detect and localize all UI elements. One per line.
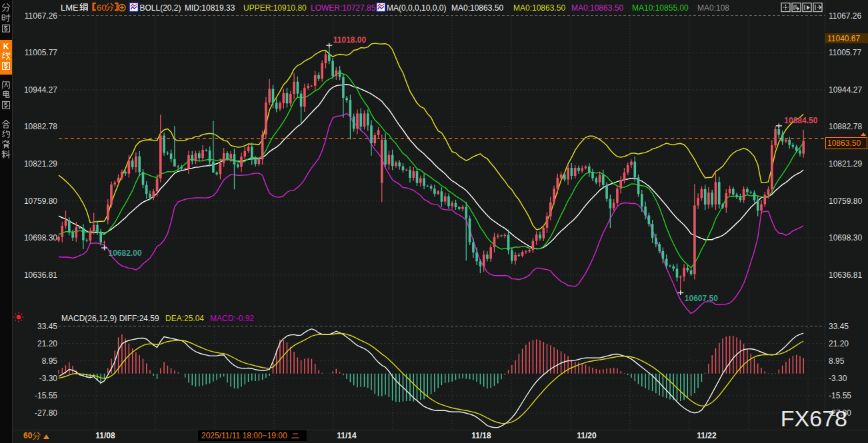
svg-text:8.95: 8.95 [829,356,845,366]
svg-text:-3.30: -3.30 [829,374,847,383]
svg-text:MA0:10863.50: MA0:10863.50 [513,3,565,13]
svg-text:LOWER:10727.85: LOWER:10727.85 [311,3,376,13]
svg-text:21.20: 21.20 [37,339,57,348]
svg-text:10944.27: 10944.27 [829,85,862,95]
svg-text:10863.50: 10863.50 [827,139,861,148]
svg-text:10759.80: 10759.80 [829,197,862,206]
svg-text:11/20: 11/20 [577,431,597,440]
svg-text:UPPER:10910.80: UPPER:10910.80 [243,3,307,13]
svg-text:-15.55: -15.55 [35,391,57,400]
svg-text:MID:10819.33: MID:10819.33 [185,3,235,13]
svg-text:K: K [3,42,9,51]
svg-text:MA0:10863.50: MA0:10863.50 [571,3,623,13]
svg-text:11/08: 11/08 [95,431,115,440]
svg-text:10682.00: 10682.00 [109,248,142,258]
svg-text:-15.55: -15.55 [829,391,851,400]
svg-text:10698.30: 10698.30 [24,233,57,242]
svg-text:10884.50: 10884.50 [784,116,817,125]
svg-text:11/22: 11/22 [697,431,717,440]
svg-text:DEA:25.04: DEA:25.04 [165,314,204,323]
svg-text:MA0:10863.50: MA0:10863.50 [451,3,503,13]
svg-text:10636.81: 10636.81 [829,270,862,280]
svg-text:MACD:-0.92: MACD:-0.92 [210,314,254,323]
svg-text:LME: LME [61,3,79,13]
svg-text:33.45: 33.45 [37,322,57,331]
svg-text:BOLL(20,2): BOLL(20,2) [140,3,181,13]
svg-text:10636.81: 10636.81 [24,270,57,280]
svg-text:11005.77: 11005.77 [829,48,861,57]
svg-text:10698.30: 10698.30 [829,233,862,242]
svg-text:11005.77: 11005.77 [25,48,57,57]
svg-text:FX678: FX678 [781,406,847,431]
svg-text:11/14: 11/14 [337,431,357,440]
svg-text:10759.80: 10759.80 [24,197,57,206]
svg-text:10882.78: 10882.78 [24,122,57,131]
svg-text:11067.26: 11067.26 [25,11,57,21]
svg-text:-3.30: -3.30 [39,374,58,383]
svg-text:MA0:108: MA0:108 [697,3,729,13]
svg-text:10882.78: 10882.78 [829,122,862,131]
svg-text:11040.67: 11040.67 [827,34,860,43]
svg-text:21.20: 21.20 [829,339,849,348]
svg-text:11067.26: 11067.26 [829,11,861,21]
svg-text:10821.29: 10821.29 [24,159,57,169]
svg-text:10821.29: 10821.29 [829,159,862,169]
svg-text:60: 60 [97,3,106,13]
svg-text:MACD(26,12,9) DIFF:24.59: MACD(26,12,9) DIFF:24.59 [61,314,159,323]
svg-text:8.95: 8.95 [42,356,58,366]
svg-text:2025/11/11 18:00~19:00: 2025/11/11 18:00~19:00 [201,431,287,440]
svg-text:60: 60 [23,431,33,440]
svg-text:MA10:10855.00: MA10:10855.00 [632,3,689,13]
svg-text:11/18: 11/18 [471,431,491,440]
svg-text:MA(0,0,0,10,0,0): MA(0,0,0,10,0,0) [387,3,446,13]
svg-text:11018.00: 11018.00 [333,35,367,45]
svg-text:-27.80: -27.80 [35,408,57,418]
svg-text:33.45: 33.45 [829,322,849,331]
svg-text:10607.50: 10607.50 [685,294,718,303]
svg-text:10944.27: 10944.27 [24,85,57,95]
